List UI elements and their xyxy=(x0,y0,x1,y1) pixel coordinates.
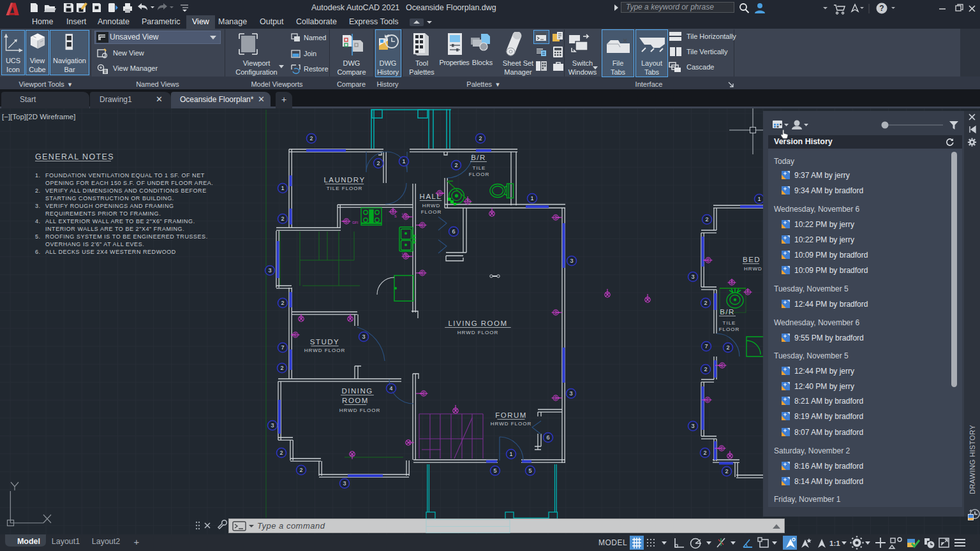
svg-text:2: 2 xyxy=(726,344,729,351)
svg-text:HRWD FLOOR: HRWD FLOOR xyxy=(304,348,346,353)
svg-text:REQUIREMENTS PRIOR TO FRAMING.: REQUIREMENTS PRIOR TO FRAMING. xyxy=(45,210,161,217)
svg-text:3: 3 xyxy=(268,267,271,274)
svg-text:TILE FLOOR: TILE FLOOR xyxy=(327,186,363,191)
svg-text:?: ? xyxy=(879,4,884,13)
svg-text:3: 3 xyxy=(271,422,274,429)
svg-text:3: 3 xyxy=(570,258,573,264)
svg-text:2: 2 xyxy=(479,135,482,142)
svg-text:LAUNDRY: LAUNDRY xyxy=(323,176,365,184)
svg-text:OPENING FOR EACH 150 S.F. OF U: OPENING FOR EACH 150 S.F. OF UNDER FLOOR… xyxy=(45,180,213,186)
svg-text:3: 3 xyxy=(343,480,346,487)
svg-text:1.: 1. xyxy=(35,172,41,179)
svg-text:VERIFY ALL DIMENSIONS AND COND: VERIFY ALL DIMENSIONS AND CONDITIONS BEF… xyxy=(45,187,207,194)
svg-text:FLOOR: FLOOR xyxy=(421,209,442,215)
svg-text:TILE: TILE xyxy=(473,165,486,171)
svg-text:1: 1 xyxy=(509,451,512,457)
svg-text:2: 2 xyxy=(281,216,284,222)
svg-text:6.: 6. xyxy=(35,249,41,255)
svg-text:HRWD FLOOR: HRWD FLOOR xyxy=(457,330,499,335)
svg-text:2: 2 xyxy=(280,365,283,371)
svg-text:Model: Model xyxy=(17,537,40,546)
svg-text:FOUNDATION VENTILATION EQUAL T: FOUNDATION VENTILATION EQUAL TO 1 SF. OF… xyxy=(45,172,205,179)
svg-text:HRWD FLOOR: HRWD FLOOR xyxy=(491,421,532,427)
svg-text:2: 2 xyxy=(725,468,728,474)
svg-text:VERIFY ROUGH OPENINGS AND FRAM: VERIFY ROUGH OPENINGS AND FRAMING xyxy=(45,203,174,209)
svg-text:5: 5 xyxy=(493,467,496,474)
svg-text:2: 2 xyxy=(376,160,380,166)
svg-text:HRWD: HRWD xyxy=(744,266,762,272)
svg-text:UD: UD xyxy=(402,252,407,256)
svg-text:INTERIOR WALLS ARE TO BE 2"X4": INTERIOR WALLS ARE TO BE 2"X4" FRAMING. xyxy=(45,226,184,232)
svg-text:[−][Top][2D Wireframe]: [−][Top][2D Wireframe] xyxy=(2,113,75,121)
svg-text:6: 6 xyxy=(546,434,549,441)
svg-text:HRWD: HRWD xyxy=(422,203,441,209)
svg-text:FLOOR: FLOOR xyxy=(719,327,740,332)
svg-text:ROOFING SYSTEM IS TO BE ENGINE: ROOFING SYSTEM IS TO BE ENGINEERED TRUSS… xyxy=(45,233,208,240)
svg-text:DRAWING HISTORY: DRAWING HISTORY xyxy=(969,425,976,494)
svg-text:HRWD FLOOR: HRWD FLOOR xyxy=(339,408,381,413)
svg-text:B/R: B/R xyxy=(471,154,486,161)
svg-text:3: 3 xyxy=(691,423,694,429)
svg-text:FLOOR: FLOOR xyxy=(469,172,490,177)
svg-text:1: 1 xyxy=(281,185,284,191)
svg-text:2: 2 xyxy=(705,216,708,223)
svg-text:3.: 3. xyxy=(35,203,41,209)
svg-text:S: S xyxy=(394,214,397,218)
svg-text:4: 4 xyxy=(389,385,392,392)
svg-text:3: 3 xyxy=(691,274,694,280)
svg-text:2: 2 xyxy=(281,300,284,306)
svg-text:3: 3 xyxy=(569,390,572,397)
svg-text:HALL: HALL xyxy=(420,193,442,200)
svg-text:5: 5 xyxy=(528,467,531,474)
svg-text:2: 2 xyxy=(704,366,707,372)
svg-text:ALL EXTERIOR WALL ARE TO BE 2": ALL EXTERIOR WALL ARE TO BE 2"X6" FRAMIN… xyxy=(45,218,195,224)
svg-text:TILE: TILE xyxy=(723,320,736,326)
svg-text:STARTING CONSTRUCTION OR BUILD: STARTING CONSTRUCTION OR BUILDING. xyxy=(45,195,174,202)
svg-text:7: 7 xyxy=(704,343,708,349)
svg-text:6: 6 xyxy=(452,228,455,235)
svg-text:1: 1 xyxy=(402,158,405,165)
svg-text:OVERHANG IS 2'6" AT ALL EVES.: OVERHANG IS 2'6" AT ALL EVES. xyxy=(45,241,144,247)
svg-text:1:1: 1:1 xyxy=(829,540,840,547)
svg-text:2: 2 xyxy=(299,467,302,473)
svg-text:B/R: B/R xyxy=(720,308,735,316)
svg-text:2: 2 xyxy=(703,450,706,456)
svg-text:BED: BED xyxy=(743,256,761,263)
svg-text:DINING: DINING xyxy=(341,387,373,395)
svg-text:FORUM: FORUM xyxy=(495,411,527,419)
svg-text:2: 2 xyxy=(454,162,457,168)
svg-text:5.: 5. xyxy=(35,233,41,240)
svg-text:ROOM: ROOM xyxy=(342,397,369,404)
svg-text:GFI: GFI xyxy=(352,221,359,224)
svg-text:ALL DECKS USE 2X4 WESTERN REDW: ALL DECKS USE 2X4 WESTERN REDWOOD xyxy=(45,249,176,255)
svg-text:UD: UD xyxy=(402,212,407,216)
svg-text:+: + xyxy=(134,536,140,547)
svg-text:1: 1 xyxy=(530,195,533,202)
svg-text:LIVING ROOM: LIVING ROOM xyxy=(448,320,507,327)
svg-text:7: 7 xyxy=(281,344,284,351)
svg-text:4.: 4. xyxy=(35,218,41,224)
svg-text:2: 2 xyxy=(279,450,283,456)
svg-text:1: 1 xyxy=(757,196,761,202)
svg-text:2: 2 xyxy=(704,300,707,306)
svg-text:GENERAL NOTES: GENERAL NOTES xyxy=(35,152,114,161)
svg-text:STUDY: STUDY xyxy=(310,338,339,346)
svg-text:Layout1: Layout1 xyxy=(52,537,80,546)
svg-text:2.: 2. xyxy=(35,187,41,194)
svg-text:Layout2: Layout2 xyxy=(92,537,121,546)
svg-text:2: 2 xyxy=(309,135,313,142)
svg-text:3: 3 xyxy=(362,334,365,340)
